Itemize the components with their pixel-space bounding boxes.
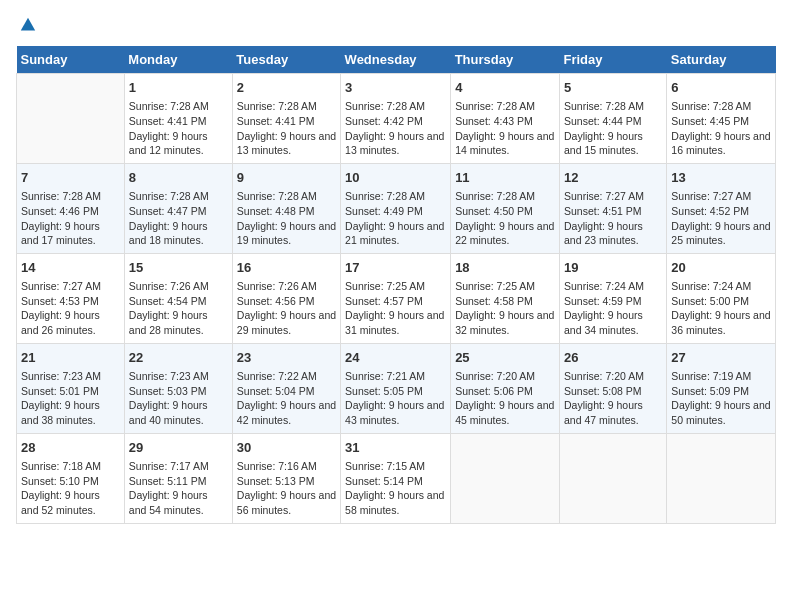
cell-info: Sunrise: 7:20 AMSunset: 5:08 PMDaylight:… <box>564 369 662 428</box>
date-number: 7 <box>21 169 120 187</box>
calendar-cell: 23Sunrise: 7:22 AMSunset: 5:04 PMDayligh… <box>232 343 340 433</box>
calendar-cell: 11Sunrise: 7:28 AMSunset: 4:50 PMDayligh… <box>451 163 560 253</box>
date-number: 13 <box>671 169 771 187</box>
date-number: 10 <box>345 169 446 187</box>
calendar-week-row: 7Sunrise: 7:28 AMSunset: 4:46 PMDaylight… <box>17 163 776 253</box>
logo <box>16 16 37 34</box>
calendar-cell <box>451 433 560 523</box>
cell-info: Sunrise: 7:28 AMSunset: 4:43 PMDaylight:… <box>455 99 555 158</box>
calendar-cell: 9Sunrise: 7:28 AMSunset: 4:48 PMDaylight… <box>232 163 340 253</box>
svg-marker-0 <box>21 18 35 31</box>
cell-info: Sunrise: 7:27 AMSunset: 4:52 PMDaylight:… <box>671 189 771 248</box>
calendar-cell: 5Sunrise: 7:28 AMSunset: 4:44 PMDaylight… <box>559 74 666 164</box>
cell-info: Sunrise: 7:28 AMSunset: 4:46 PMDaylight:… <box>21 189 120 248</box>
date-number: 4 <box>455 79 555 97</box>
cell-info: Sunrise: 7:23 AMSunset: 5:03 PMDaylight:… <box>129 369 228 428</box>
calendar-cell: 29Sunrise: 7:17 AMSunset: 5:11 PMDayligh… <box>124 433 232 523</box>
cell-info: Sunrise: 7:24 AMSunset: 4:59 PMDaylight:… <box>564 279 662 338</box>
date-number: 31 <box>345 439 446 457</box>
cell-info: Sunrise: 7:26 AMSunset: 4:54 PMDaylight:… <box>129 279 228 338</box>
date-number: 18 <box>455 259 555 277</box>
calendar-week-row: 21Sunrise: 7:23 AMSunset: 5:01 PMDayligh… <box>17 343 776 433</box>
page-header <box>16 16 776 34</box>
calendar-cell: 16Sunrise: 7:26 AMSunset: 4:56 PMDayligh… <box>232 253 340 343</box>
cell-info: Sunrise: 7:23 AMSunset: 5:01 PMDaylight:… <box>21 369 120 428</box>
calendar-cell: 31Sunrise: 7:15 AMSunset: 5:14 PMDayligh… <box>341 433 451 523</box>
day-header-sunday: Sunday <box>17 46 125 74</box>
cell-info: Sunrise: 7:16 AMSunset: 5:13 PMDaylight:… <box>237 459 336 518</box>
calendar-cell: 17Sunrise: 7:25 AMSunset: 4:57 PMDayligh… <box>341 253 451 343</box>
day-header-wednesday: Wednesday <box>341 46 451 74</box>
date-number: 29 <box>129 439 228 457</box>
calendar-cell: 8Sunrise: 7:28 AMSunset: 4:47 PMDaylight… <box>124 163 232 253</box>
cell-info: Sunrise: 7:28 AMSunset: 4:50 PMDaylight:… <box>455 189 555 248</box>
cell-info: Sunrise: 7:22 AMSunset: 5:04 PMDaylight:… <box>237 369 336 428</box>
date-number: 21 <box>21 349 120 367</box>
date-number: 2 <box>237 79 336 97</box>
cell-info: Sunrise: 7:25 AMSunset: 4:57 PMDaylight:… <box>345 279 446 338</box>
calendar-cell: 6Sunrise: 7:28 AMSunset: 4:45 PMDaylight… <box>667 74 776 164</box>
calendar-cell: 25Sunrise: 7:20 AMSunset: 5:06 PMDayligh… <box>451 343 560 433</box>
calendar-cell: 20Sunrise: 7:24 AMSunset: 5:00 PMDayligh… <box>667 253 776 343</box>
cell-info: Sunrise: 7:28 AMSunset: 4:42 PMDaylight:… <box>345 99 446 158</box>
calendar-cell: 3Sunrise: 7:28 AMSunset: 4:42 PMDaylight… <box>341 74 451 164</box>
calendar-week-row: 14Sunrise: 7:27 AMSunset: 4:53 PMDayligh… <box>17 253 776 343</box>
cell-info: Sunrise: 7:25 AMSunset: 4:58 PMDaylight:… <box>455 279 555 338</box>
day-header-saturday: Saturday <box>667 46 776 74</box>
calendar-cell <box>667 433 776 523</box>
calendar-cell: 26Sunrise: 7:20 AMSunset: 5:08 PMDayligh… <box>559 343 666 433</box>
date-number: 9 <box>237 169 336 187</box>
cell-info: Sunrise: 7:17 AMSunset: 5:11 PMDaylight:… <box>129 459 228 518</box>
date-number: 27 <box>671 349 771 367</box>
date-number: 26 <box>564 349 662 367</box>
cell-info: Sunrise: 7:21 AMSunset: 5:05 PMDaylight:… <box>345 369 446 428</box>
calendar-cell <box>17 74 125 164</box>
calendar-cell: 13Sunrise: 7:27 AMSunset: 4:52 PMDayligh… <box>667 163 776 253</box>
date-number: 28 <box>21 439 120 457</box>
calendar-cell: 19Sunrise: 7:24 AMSunset: 4:59 PMDayligh… <box>559 253 666 343</box>
calendar-cell: 7Sunrise: 7:28 AMSunset: 4:46 PMDaylight… <box>17 163 125 253</box>
cell-info: Sunrise: 7:28 AMSunset: 4:41 PMDaylight:… <box>237 99 336 158</box>
cell-info: Sunrise: 7:28 AMSunset: 4:47 PMDaylight:… <box>129 189 228 248</box>
date-number: 6 <box>671 79 771 97</box>
calendar-cell: 24Sunrise: 7:21 AMSunset: 5:05 PMDayligh… <box>341 343 451 433</box>
calendar-cell: 18Sunrise: 7:25 AMSunset: 4:58 PMDayligh… <box>451 253 560 343</box>
cell-info: Sunrise: 7:15 AMSunset: 5:14 PMDaylight:… <box>345 459 446 518</box>
calendar-cell: 28Sunrise: 7:18 AMSunset: 5:10 PMDayligh… <box>17 433 125 523</box>
calendar-cell: 21Sunrise: 7:23 AMSunset: 5:01 PMDayligh… <box>17 343 125 433</box>
calendar-cell: 14Sunrise: 7:27 AMSunset: 4:53 PMDayligh… <box>17 253 125 343</box>
logo-icon <box>19 16 37 34</box>
date-number: 22 <box>129 349 228 367</box>
date-number: 8 <box>129 169 228 187</box>
cell-info: Sunrise: 7:27 AMSunset: 4:53 PMDaylight:… <box>21 279 120 338</box>
cell-info: Sunrise: 7:28 AMSunset: 4:41 PMDaylight:… <box>129 99 228 158</box>
date-number: 5 <box>564 79 662 97</box>
day-header-thursday: Thursday <box>451 46 560 74</box>
calendar-week-row: 28Sunrise: 7:18 AMSunset: 5:10 PMDayligh… <box>17 433 776 523</box>
cell-info: Sunrise: 7:28 AMSunset: 4:49 PMDaylight:… <box>345 189 446 248</box>
date-number: 30 <box>237 439 336 457</box>
cell-info: Sunrise: 7:28 AMSunset: 4:44 PMDaylight:… <box>564 99 662 158</box>
date-number: 19 <box>564 259 662 277</box>
cell-info: Sunrise: 7:20 AMSunset: 5:06 PMDaylight:… <box>455 369 555 428</box>
date-number: 14 <box>21 259 120 277</box>
calendar-cell: 27Sunrise: 7:19 AMSunset: 5:09 PMDayligh… <box>667 343 776 433</box>
date-number: 24 <box>345 349 446 367</box>
calendar-header-row: SundayMondayTuesdayWednesdayThursdayFrid… <box>17 46 776 74</box>
cell-info: Sunrise: 7:24 AMSunset: 5:00 PMDaylight:… <box>671 279 771 338</box>
date-number: 11 <box>455 169 555 187</box>
day-header-friday: Friday <box>559 46 666 74</box>
cell-info: Sunrise: 7:19 AMSunset: 5:09 PMDaylight:… <box>671 369 771 428</box>
calendar-cell: 30Sunrise: 7:16 AMSunset: 5:13 PMDayligh… <box>232 433 340 523</box>
cell-info: Sunrise: 7:26 AMSunset: 4:56 PMDaylight:… <box>237 279 336 338</box>
date-number: 23 <box>237 349 336 367</box>
cell-info: Sunrise: 7:28 AMSunset: 4:45 PMDaylight:… <box>671 99 771 158</box>
calendar-cell: 1Sunrise: 7:28 AMSunset: 4:41 PMDaylight… <box>124 74 232 164</box>
calendar-cell: 10Sunrise: 7:28 AMSunset: 4:49 PMDayligh… <box>341 163 451 253</box>
date-number: 3 <box>345 79 446 97</box>
calendar-cell: 4Sunrise: 7:28 AMSunset: 4:43 PMDaylight… <box>451 74 560 164</box>
calendar-table: SundayMondayTuesdayWednesdayThursdayFrid… <box>16 46 776 524</box>
cell-info: Sunrise: 7:28 AMSunset: 4:48 PMDaylight:… <box>237 189 336 248</box>
day-header-monday: Monday <box>124 46 232 74</box>
date-number: 20 <box>671 259 771 277</box>
